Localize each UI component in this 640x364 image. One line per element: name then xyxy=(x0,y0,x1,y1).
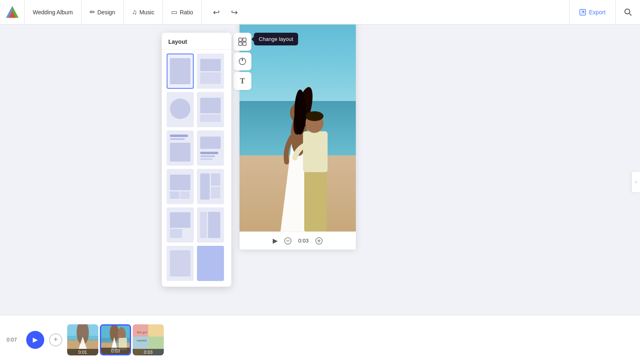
clip-1-label: 0:01 xyxy=(67,349,98,355)
layout-thumb-text-top-left[interactable] xyxy=(167,130,194,166)
layout-img-block xyxy=(170,143,190,162)
svg-text:We got: We got xyxy=(137,330,147,334)
layout-side-right xyxy=(200,212,221,238)
svg-line-6 xyxy=(629,13,631,16)
layout-thumb-circle[interactable] xyxy=(167,92,194,127)
side-top xyxy=(170,212,190,228)
layout-thumb-side-right[interactable] xyxy=(197,207,224,243)
timeline-clip-1[interactable]: 0:01 xyxy=(67,324,98,355)
color-tool-icon xyxy=(238,57,247,66)
grid-small-1 xyxy=(170,191,179,199)
clip-3-thumb: We got married 0:03 xyxy=(133,324,164,355)
layout-half-top xyxy=(200,59,221,71)
minus-icon xyxy=(284,237,292,245)
layout-thumb-panel[interactable] xyxy=(197,92,224,127)
side-bot xyxy=(170,229,182,238)
tab-music[interactable]: ♫ Music xyxy=(124,0,163,25)
svg-rect-7 xyxy=(239,38,242,41)
layout-thumb-side-left[interactable] xyxy=(167,207,194,243)
timeline-tracks: 0:01 0:03 xyxy=(67,324,164,355)
grid-col-1 xyxy=(200,173,210,200)
app-logo[interactable] xyxy=(0,0,25,25)
layout-tool-icon xyxy=(238,37,247,46)
layout-thumb-half-right[interactable] xyxy=(197,54,224,89)
text-line-r3 xyxy=(200,158,213,160)
grid-col-2-top xyxy=(211,173,220,186)
svg-rect-18 xyxy=(303,131,328,172)
export-button[interactable]: Export xyxy=(569,0,615,25)
layout-row-5 xyxy=(167,207,226,243)
tab-design[interactable]: ✏ Design xyxy=(81,0,124,25)
svg-rect-42 xyxy=(148,337,164,349)
tab-ratio[interactable]: ▭ Ratio xyxy=(163,0,202,25)
clip-2-svg xyxy=(101,326,130,350)
timeline-clip-3[interactable]: We got married 0:03 xyxy=(133,324,164,355)
clip-2-thumb: 0:03 xyxy=(101,326,130,354)
side-wide xyxy=(208,212,220,238)
layout-panel-bot xyxy=(200,115,221,122)
img-top xyxy=(200,137,221,149)
export-label: Export xyxy=(589,9,606,16)
layout-text-right xyxy=(200,137,221,160)
canvas-plus-button[interactable] xyxy=(315,237,323,245)
undo-button[interactable]: ↩ xyxy=(208,4,225,20)
layout-thumb-single[interactable] xyxy=(167,54,194,89)
layout-thumb-grid-left[interactable] xyxy=(167,169,194,204)
canvas-minus-button[interactable] xyxy=(284,237,292,245)
search-button[interactable] xyxy=(615,0,640,25)
canvas-controls: ▶ 0:03 xyxy=(240,231,356,249)
timeline: 0:07 ▶ + 0:01 xyxy=(0,315,640,364)
extra-2-inner xyxy=(200,250,221,276)
layout-row-4 xyxy=(167,169,226,204)
layout-panel-top xyxy=(200,98,221,113)
ratio-icon: ▭ xyxy=(171,8,177,16)
text-line-2 xyxy=(170,138,185,140)
grid-big xyxy=(170,175,190,190)
svg-point-16 xyxy=(294,90,306,135)
project-name-label: Wedding Album xyxy=(33,9,73,16)
logo-icon xyxy=(5,5,19,19)
layout-grid-left xyxy=(170,175,190,199)
clip-1-thumb: 0:01 xyxy=(67,324,98,355)
layout-thumb-extra-1[interactable] xyxy=(167,246,194,281)
header: Wedding Album ✏ Design ♫ Music ▭ Ratio ↩… xyxy=(0,0,640,25)
layout-thumb-text-top-right[interactable] xyxy=(197,130,224,166)
add-clip-icon: + xyxy=(54,335,58,344)
layout-row-3 xyxy=(167,130,226,166)
grid-col-2 xyxy=(211,173,220,200)
tab-project-name[interactable]: Wedding Album xyxy=(25,0,81,25)
right-arrow[interactable]: › xyxy=(632,172,640,192)
add-clip-button[interactable]: + xyxy=(49,333,62,346)
layout-circle xyxy=(170,99,190,119)
redo-button[interactable]: ↪ xyxy=(226,4,243,20)
canvas-play-button[interactable]: ▶ xyxy=(273,237,278,245)
layout-thumb-extra-2[interactable] xyxy=(197,246,224,281)
canvas-time: 0:03 xyxy=(298,238,308,244)
plus-icon xyxy=(315,237,323,245)
layout-panel-title: Layout xyxy=(162,33,231,49)
layout-tool-button[interactable] xyxy=(233,33,251,51)
tab-music-label: Music xyxy=(139,9,154,16)
search-icon xyxy=(624,8,632,16)
text-tool-button[interactable]: T xyxy=(233,72,251,90)
side-narrow xyxy=(200,212,207,238)
layout-row-2 xyxy=(167,92,226,127)
timeline-play-button[interactable]: ▶ xyxy=(26,331,44,349)
canvas-frame: ▶ 0:03 xyxy=(240,14,356,249)
tab-ratio-label: Ratio xyxy=(180,9,193,16)
text-line-1 xyxy=(170,135,188,137)
color-tool-button[interactable] xyxy=(233,52,251,70)
clip-1-svg xyxy=(67,324,98,349)
layout-row-6 xyxy=(167,246,226,281)
timeline-clip-2[interactable]: 0:03 xyxy=(100,324,131,355)
grid-col-2-bot xyxy=(211,187,220,198)
text-tool-icon: T xyxy=(240,77,245,85)
clip-3-svg: We got married xyxy=(133,324,164,349)
svg-rect-40 xyxy=(148,324,164,337)
layout-thumb-grid-right[interactable] xyxy=(197,169,224,204)
header-right: Export xyxy=(569,0,640,25)
layout-panel-scroll[interactable] xyxy=(162,49,231,287)
timeline-play-icon: ▶ xyxy=(33,336,38,344)
canvas-image[interactable] xyxy=(240,14,356,231)
layout-text-top xyxy=(170,135,190,162)
